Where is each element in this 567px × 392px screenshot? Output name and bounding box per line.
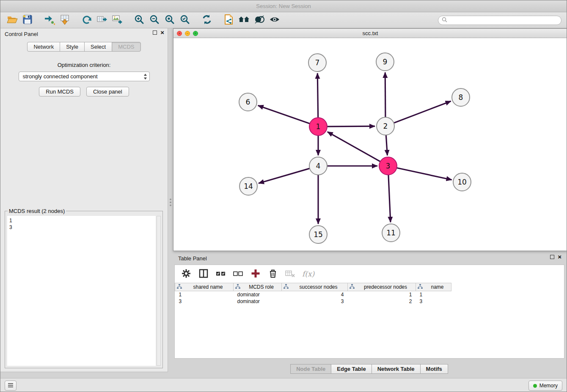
tab-edge-table[interactable]: Edge Table (331, 364, 372, 374)
open-file-button[interactable] (5, 14, 20, 27)
graph-node-label-1: 1 (316, 122, 321, 131)
toolbar-separator (193, 20, 199, 20)
delete-column-button[interactable] (267, 268, 278, 279)
window-controls: × − + (177, 31, 198, 36)
eye-icon (269, 14, 280, 26)
control-panel-header: Control Panel × (0, 28, 168, 39)
table-panel: Table Panel × f(x) shar (174, 253, 565, 377)
show-hide-button[interactable] (267, 14, 282, 27)
network-window-titlebar[interactable]: × − + scc.txt (173, 29, 567, 38)
column-header-MCDS-role[interactable]: MCDS role (234, 283, 282, 291)
tab-style[interactable]: Style (60, 42, 85, 52)
graph-edge-3-1[interactable] (328, 132, 380, 161)
optimization-selected-value: strongly connected component (23, 73, 98, 80)
memory-status-icon (533, 384, 537, 388)
graph-edge-4-14[interactable] (259, 168, 310, 183)
minimize-window-icon[interactable]: − (185, 31, 190, 36)
zoom-selected-button[interactable] (177, 14, 193, 27)
optimization-select[interactable]: strongly connected component (19, 72, 150, 81)
search-icon (442, 17, 447, 24)
graph-node-label-7: 7 (315, 58, 320, 67)
graph-edge-1-2[interactable] (327, 126, 375, 127)
graph-edge-3-11[interactable] (388, 175, 391, 222)
tab-select[interactable]: Select (84, 42, 112, 52)
save-session-button[interactable] (20, 14, 35, 27)
float-panel-icon[interactable] (153, 30, 157, 35)
zoom-selected-icon (179, 14, 190, 26)
export-table-button[interactable] (94, 14, 110, 27)
table-settings-button[interactable] (181, 268, 192, 279)
float-table-panel-icon[interactable] (550, 255, 554, 259)
tab-motifs[interactable]: Motifs (420, 364, 448, 374)
deselect-all-button[interactable] (233, 268, 244, 279)
column-header-predecessor-nodes[interactable]: predecessor nodes (348, 283, 416, 291)
graph-edge-2-9[interactable] (385, 72, 385, 117)
table-row[interactable]: 1dominator411 (175, 291, 564, 298)
maximize-window-icon[interactable]: + (193, 31, 198, 36)
tab-network[interactable]: Network (27, 42, 60, 52)
titlebar: Session: New Session (0, 0, 567, 12)
import-table-icon (59, 14, 70, 26)
refresh-icon (201, 14, 212, 26)
home-networks-button[interactable] (237, 14, 252, 27)
graph-edge-3-10[interactable] (397, 168, 452, 180)
table-toolbar: f(x) (175, 265, 564, 283)
overlap-views-button[interactable] (252, 14, 267, 27)
add-column-button[interactable] (250, 268, 261, 279)
mcds-result-title: MCDS result (2 nodes) (8, 208, 66, 214)
clone-network-button[interactable] (221, 14, 237, 27)
mcds-result-line: 3 (9, 224, 154, 231)
delete-table-button[interactable] (285, 268, 296, 279)
close-window-icon[interactable]: × (177, 31, 182, 36)
column-header-successor-nodes[interactable]: successor nodes (282, 283, 348, 291)
graph-edge-1-6[interactable] (258, 105, 310, 124)
toolbar-separator (215, 20, 221, 20)
network-graph[interactable]: 7968124314101511 (173, 38, 567, 251)
column-header-shared-name[interactable]: shared name (175, 283, 234, 291)
search-input[interactable] (449, 17, 561, 24)
optimization-label: Optimization criterion: (0, 62, 168, 68)
import-network-button[interactable] (42, 14, 57, 27)
list-icon (8, 383, 14, 389)
window-title: Session: New Session (256, 3, 311, 9)
table-panel-body: f(x) shared nameMCDS rolesuccessor nodes… (174, 265, 564, 359)
tab-network-table[interactable]: Network Table (372, 364, 421, 374)
trash-icon (268, 269, 278, 279)
zoom-out-button[interactable] (147, 14, 162, 27)
mcds-result-lines: 13 (7, 216, 156, 366)
import-table-button[interactable] (57, 14, 72, 27)
graph-node-label-2: 2 (383, 122, 388, 130)
column-header-name[interactable]: name (416, 283, 451, 291)
zoom-in-button[interactable] (132, 14, 147, 27)
task-history-button[interactable] (5, 381, 17, 391)
select-all-button[interactable] (215, 268, 226, 279)
function-builder-button[interactable]: f(x) (302, 270, 314, 278)
close-panel-icon[interactable]: × (160, 30, 164, 35)
graph-node-label-4: 4 (316, 162, 321, 170)
result-scrollbar[interactable] (157, 216, 161, 366)
table-row[interactable]: 3dominator323 (175, 298, 564, 305)
tab-mcds[interactable]: MCDS (112, 42, 140, 52)
columns-icon (199, 269, 208, 279)
main-toolbar (0, 12, 567, 28)
close-panel-button[interactable]: Close panel (86, 87, 129, 97)
zoom-fit-icon (164, 14, 175, 26)
zoom-in-icon (134, 14, 145, 26)
refresh-layout-button[interactable] (199, 14, 215, 27)
show-columns-button[interactable] (198, 268, 209, 279)
new-network-button[interactable] (79, 14, 94, 27)
close-table-panel-icon[interactable]: × (558, 255, 561, 259)
memory-button[interactable]: Memory (528, 381, 562, 391)
graph-node-label-15: 15 (314, 230, 323, 239)
run-mcds-button[interactable]: Run MCDS (39, 87, 80, 97)
tab-node-table[interactable]: Node Table (290, 364, 331, 374)
mcds-result-line: 1 (9, 217, 154, 224)
graph-edge-1-7[interactable] (317, 73, 318, 118)
zoom-fit-button[interactable] (162, 14, 177, 27)
export-image-button[interactable] (110, 14, 125, 27)
graph-edge-2-8[interactable] (394, 101, 451, 123)
network-canvas-area: 7968124314101511 (173, 38, 567, 251)
graph-edge-2-3[interactable] (386, 135, 387, 155)
deselect-all-icon (233, 269, 243, 279)
export-table-icon (96, 14, 107, 26)
